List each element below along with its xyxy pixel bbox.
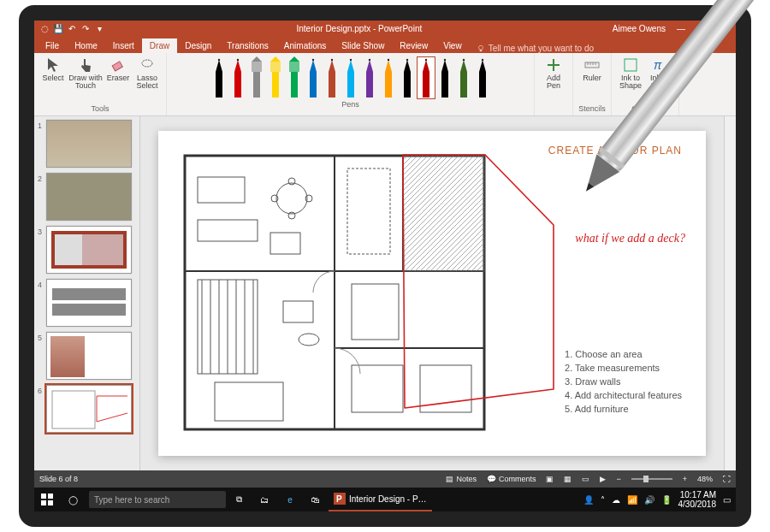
pen-swatch[interactable] <box>417 56 435 99</box>
vertical-scrollbar[interactable] <box>724 116 736 470</box>
pen-swatch[interactable] <box>341 56 360 99</box>
pen-swatch[interactable] <box>304 56 323 99</box>
tools-group-label: Tools <box>91 103 109 114</box>
maximize-button[interactable]: ▢ <box>691 24 712 33</box>
taskbar-search[interactable]: Type here to search <box>89 491 226 508</box>
tab-review[interactable]: Review <box>392 38 435 53</box>
tray-onedrive-icon[interactable]: ☁ <box>612 495 620 505</box>
user-name[interactable]: Aimee Owens <box>613 24 666 33</box>
group-convert: Ink to Shape π Ink to Math Convert <box>612 53 679 115</box>
tray-people-icon[interactable]: 👤 <box>583 495 594 505</box>
pen-swatch[interactable] <box>323 56 341 99</box>
pen-gallery <box>208 55 494 99</box>
comments-button[interactable]: 💬Comments <box>482 475 542 483</box>
close-button[interactable]: ✕ <box>712 24 732 33</box>
cortana-button[interactable]: ◯ <box>60 488 86 511</box>
select-button[interactable]: Select <box>39 55 67 82</box>
svg-point-76 <box>299 334 319 346</box>
minimize-button[interactable]: — <box>671 24 691 33</box>
zoom-in[interactable]: + <box>678 475 692 483</box>
tab-animations[interactable]: Animations <box>276 38 334 53</box>
convert-group-label: Convert <box>631 103 659 114</box>
slide-thumb-4[interactable] <box>46 279 132 327</box>
powerpoint-icon: P <box>334 493 346 505</box>
tray-volume-icon[interactable]: 🔊 <box>644 495 654 505</box>
edge-icon[interactable]: e <box>277 488 303 511</box>
touch-mode-icon[interactable]: ▾ <box>92 24 106 33</box>
save-icon[interactable]: 💾 <box>51 24 65 33</box>
view-normal[interactable]: ▣ <box>541 475 559 483</box>
fit-to-window[interactable]: ⛶ <box>718 475 736 483</box>
zoom-out[interactable]: − <box>611 475 625 483</box>
pen-swatch[interactable] <box>210 56 228 99</box>
pen-swatch[interactable] <box>379 56 398 99</box>
slide-thumb-3[interactable] <box>46 226 132 274</box>
tab-slideshow[interactable]: Slide Show <box>334 38 392 53</box>
tray-battery-icon[interactable]: 🔋 <box>661 495 672 505</box>
ink-to-math-button[interactable]: π Ink to Math <box>646 55 673 91</box>
slide-canvas-area[interactable]: CREATE A FLOOR PLAN what if we add a dec… <box>140 116 724 470</box>
windows-taskbar: ◯ Type here to search ⧉ 🗂 e 🛍 P Interior… <box>34 488 736 511</box>
tab-view[interactable]: View <box>435 38 470 53</box>
thumb-num: 1 <box>38 120 46 168</box>
task-view-button[interactable]: ⧉ <box>226 488 252 511</box>
slide-thumbnails: 1 2 3 4 5 6 <box>34 116 140 470</box>
thumb-num: 6 <box>38 385 46 433</box>
zoom-slider[interactable] <box>626 478 678 480</box>
lasso-button[interactable]: Lasso Select <box>133 55 161 91</box>
slide-thumb-2[interactable] <box>46 173 132 221</box>
slide-thumb-1[interactable] <box>46 120 132 168</box>
eraser-button[interactable]: Eraser <box>104 55 132 82</box>
ruler-button[interactable]: Ruler <box>578 55 606 82</box>
view-sorter[interactable]: ▦ <box>559 475 577 483</box>
tab-transitions[interactable]: Transitions <box>219 38 276 53</box>
tray-clock[interactable]: 10:17 AM 4/30/2018 <box>678 490 717 509</box>
stencils-group-label: Stencils <box>578 103 606 114</box>
undo-icon[interactable]: ↶ <box>65 24 79 33</box>
pen-swatch[interactable] <box>285 56 304 99</box>
autosave-toggle[interactable]: ◌ <box>38 24 51 33</box>
tab-design[interactable]: Design <box>177 38 219 53</box>
pen-swatch[interactable] <box>398 56 417 99</box>
draw-touch-button[interactable]: Draw with Touch <box>68 55 103 91</box>
view-slideshow[interactable]: ▶ <box>595 475 611 483</box>
svg-point-36 <box>406 59 407 61</box>
slide-thumb-6[interactable] <box>46 385 132 433</box>
tray-wifi-icon[interactable]: 📶 <box>627 495 637 505</box>
step-item: 3. Draw walls <box>565 375 682 389</box>
svg-point-48 <box>481 59 483 61</box>
zoom-value[interactable]: 48% <box>692 475 718 483</box>
tab-file[interactable]: File <box>38 38 67 53</box>
pen-swatch[interactable] <box>435 56 454 99</box>
explorer-icon[interactable]: 🗂 <box>252 488 277 511</box>
addpen-group-label <box>553 103 555 114</box>
pen-swatch[interactable] <box>454 56 473 99</box>
pen-swatch[interactable] <box>228 56 247 99</box>
svg-rect-52 <box>52 391 95 429</box>
pen-swatch[interactable] <box>473 56 492 99</box>
pen-swatch[interactable] <box>247 56 266 99</box>
notes-button[interactable]: ▤Notes <box>441 475 482 483</box>
store-icon[interactable]: 🛍 <box>303 488 329 511</box>
search-placeholder: Type here to search <box>94 495 169 505</box>
tell-me-search[interactable]: Tell me what you want to do <box>470 44 594 53</box>
cursor-icon <box>44 56 62 74</box>
view-reading[interactable]: ▭ <box>577 475 595 483</box>
slide-thumb-5[interactable] <box>46 332 132 380</box>
tab-home[interactable]: Home <box>67 38 105 53</box>
svg-rect-31 <box>385 72 392 98</box>
ink-to-shape-button[interactable]: Ink to Shape <box>617 55 644 91</box>
pen-swatch[interactable] <box>266 56 285 99</box>
tab-draw[interactable]: Draw <box>142 38 177 53</box>
add-pen-button[interactable]: Add Pen <box>540 55 567 91</box>
tab-insert[interactable]: Insert <box>105 38 142 53</box>
redo-icon[interactable]: ↷ <box>79 24 92 33</box>
tray-chevron-up-icon[interactable]: ˄ <box>601 495 605 505</box>
pen-swatch[interactable] <box>360 56 379 99</box>
taskbar-app-powerpoint[interactable]: P Interior Design - P… <box>329 488 432 511</box>
svg-rect-1 <box>479 50 482 51</box>
start-button[interactable] <box>34 488 60 511</box>
tray-notifications-icon[interactable]: ▭ <box>723 495 731 505</box>
window-title: Interior Design.pptx - PowerPoint <box>106 24 613 33</box>
svg-point-39 <box>424 59 426 61</box>
